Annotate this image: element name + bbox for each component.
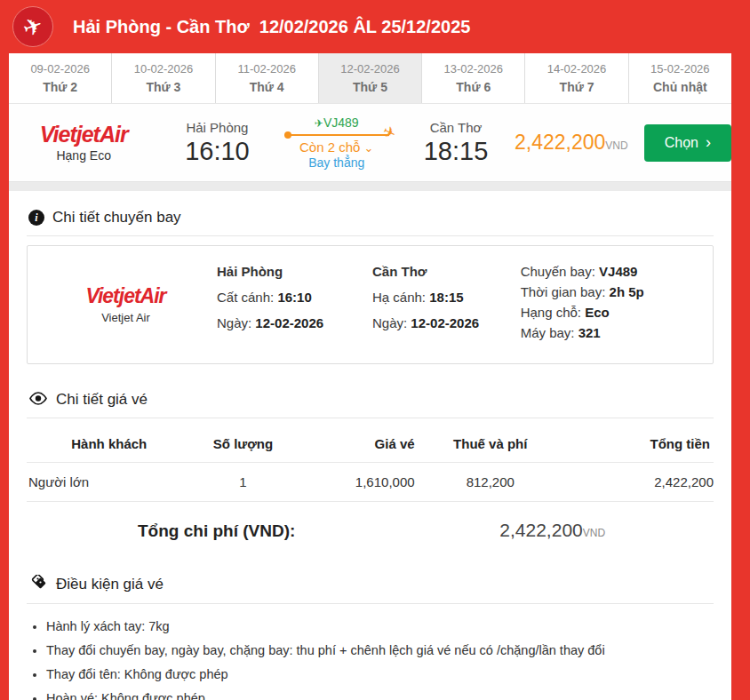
detail-airline-cell: VietjetAir Vietjet Air	[35, 264, 217, 346]
price-cell: 2,422,200VND	[515, 131, 644, 155]
tab-day: Thứ 4	[250, 80, 284, 94]
condition-item: Thay đổi tên: Không được phép	[46, 663, 714, 687]
departure-cell: Hải Phòng 16:10	[158, 120, 275, 166]
date-tab-1[interactable]: 09-02-2026 Thứ 2	[9, 53, 112, 103]
info-icon: i	[28, 210, 44, 226]
tags-icon	[28, 575, 48, 594]
airline-logo-badge: ✈	[12, 6, 53, 47]
label: Thời gian bay:	[521, 284, 610, 299]
divider	[27, 418, 714, 418]
label: Máy bay:	[521, 325, 578, 340]
tab-day: Chủ nhật	[653, 80, 707, 94]
arrival-time: 18:15	[397, 137, 515, 166]
col-fare: Giá vé	[294, 426, 418, 463]
arrival-cell: Cần Thơ 18:15	[397, 120, 515, 166]
plane-icon: ✈	[20, 12, 45, 41]
date-tab-3[interactable]: 11-02-2026 Thứ 4	[216, 53, 319, 103]
value: VJ489	[599, 264, 637, 279]
price-value: 2,422,200	[515, 131, 605, 154]
value: 18:15	[429, 290, 463, 305]
eye-icon	[28, 392, 48, 409]
arrival-city: Cần Thơ	[372, 264, 521, 279]
flight-number-text: VJ489	[323, 115, 359, 130]
departure-time: 16:10	[158, 137, 275, 166]
grand-total-value: 2,422,200VND	[499, 520, 605, 541]
select-flight-button[interactable]: Chọn ›	[644, 124, 731, 162]
departure-date-line: Ngày: 12-02-2026	[217, 315, 372, 330]
divider	[27, 603, 714, 604]
price-details-section-header: Chi tiết giá vé	[9, 377, 731, 418]
value: 321	[578, 325, 601, 340]
arrival-time-line: Hạ cánh: 18:15	[372, 290, 521, 305]
fare-class-label: Hạng Eco	[9, 148, 158, 163]
departure-time-line: Cất cánh: 16:10	[217, 290, 372, 305]
flight-result-row: VietjetAir Hạng Eco Hải Phòng 16:10 ✈VJ4…	[9, 104, 731, 182]
condition-item: Thay đổi chuyến bay, ngày bay, chặng bay…	[46, 639, 714, 663]
price-table-row: Người lớn 1 1,610,000 812,200 2,422,200	[27, 463, 714, 502]
tab-date: 12-02-2026	[340, 62, 400, 76]
detail-arrival-col: Cần Thơ Hạ cánh: 18:15 Ngày: 12-02-2026	[372, 264, 521, 346]
passenger-type: Người lớn	[27, 463, 192, 502]
flight-number: ✈VJ489	[275, 115, 397, 130]
content-frame: 09-02-2026 Thứ 2 10-02-2026 Thứ 3 11-02-…	[9, 53, 731, 700]
tab-date: 10-02-2026	[134, 62, 194, 76]
condition-item: Hoàn vé: Không được phép	[46, 687, 714, 700]
grand-total-row: Tổng chi phí (VND): 2,422,200VND	[27, 501, 714, 561]
taxes: 812,200	[419, 463, 562, 502]
airline-name: Vietjet Air	[101, 311, 150, 324]
cabin-class-line: Hạng chỗ: Eco	[521, 305, 706, 320]
tab-day: Thứ 5	[353, 80, 387, 94]
quantity: 1	[192, 463, 295, 502]
value: Eco	[585, 305, 610, 320]
section-title: Chi tiết giá vé	[56, 391, 148, 409]
price-table-header-row: Hành khách Số lượng Giá vé Thuế và phí T…	[27, 426, 714, 463]
col-passenger: Hành khách	[27, 426, 192, 463]
amount: 2,422,200	[499, 520, 582, 540]
tab-day: Thứ 6	[456, 80, 491, 94]
seats-left-dropdown[interactable]: Còn 2 chỗ ⌄	[275, 139, 397, 155]
tab-day: Thứ 3	[146, 80, 180, 94]
route-cell: ✈VJ489 ✈ Còn 2 chỗ ⌄ Bay thẳng	[275, 115, 397, 170]
aircraft-line: Máy bay: 321	[521, 325, 706, 340]
details-panel: i Chi tiết chuyến bay VietjetAir Vietjet…	[9, 191, 731, 700]
tab-date: 14-02-2026	[547, 62, 607, 76]
section-separator	[9, 182, 731, 191]
date-tab-4-selected[interactable]: 12-02-2026 Thứ 5	[319, 53, 422, 103]
tab-date: 09-02-2026	[30, 62, 90, 76]
value: 12-02-2026	[411, 315, 479, 330]
value: 16:10	[277, 290, 311, 305]
tab-date: 11-02-2026	[237, 62, 296, 76]
condition-item: Hành lý xách tay: 7kg	[46, 615, 714, 639]
currency: VND	[583, 527, 605, 539]
vietjet-logo: VietjetAir	[9, 123, 158, 147]
label: Hạng chỗ:	[521, 305, 586, 320]
vietjet-logo: VietjetAir	[85, 285, 165, 307]
fare-conditions-list: Hành lý xách tay: 7kg Thay đổi chuyến ba…	[46, 615, 714, 700]
airline-cell: VietjetAir Hạng Eco	[9, 123, 158, 163]
tab-date: 13-02-2026	[444, 62, 504, 76]
date-tab-2[interactable]: 10-02-2026 Thứ 3	[112, 53, 215, 103]
price-currency: VND	[605, 139, 627, 152]
duration-line: Thời gian bay: 2h 5p	[521, 284, 706, 299]
tab-day: Thứ 2	[43, 80, 77, 94]
date-tab-6[interactable]: 14-02-2026 Thứ 7	[525, 53, 628, 103]
detail-departure-col: Hải Phòng Cất cánh: 16:10 Ngày: 12-02-20…	[217, 264, 372, 346]
grand-total-label: Tổng chi phí (VND):	[138, 521, 295, 541]
plane-icon: ✈	[315, 117, 323, 130]
date-tab-5[interactable]: 13-02-2026 Thứ 6	[422, 53, 525, 103]
flight-number-line: Chuyến bay: VJ489	[521, 264, 706, 279]
fare: 1,610,000	[294, 463, 418, 502]
flight-detail-card: VietjetAir Vietjet Air Hải Phòng Cất cán…	[27, 245, 714, 364]
departure-city: Hải Phòng	[217, 264, 372, 279]
col-total: Tổng tiền	[562, 426, 714, 463]
divider	[27, 235, 714, 236]
label: Ngày:	[372, 315, 411, 330]
chevron-down-icon: ⌄	[364, 141, 374, 155]
col-taxes: Thuế và phí	[419, 426, 562, 463]
label: Ngày:	[217, 315, 255, 330]
chevron-right-icon: ›	[706, 133, 711, 152]
date-tab-7[interactable]: 15-02-2026 Chủ nhật	[629, 53, 731, 103]
section-title: Chi tiết chuyến bay	[52, 209, 181, 227]
departure-city: Hải Phòng	[158, 120, 275, 135]
label: Chuyến bay:	[521, 264, 599, 279]
